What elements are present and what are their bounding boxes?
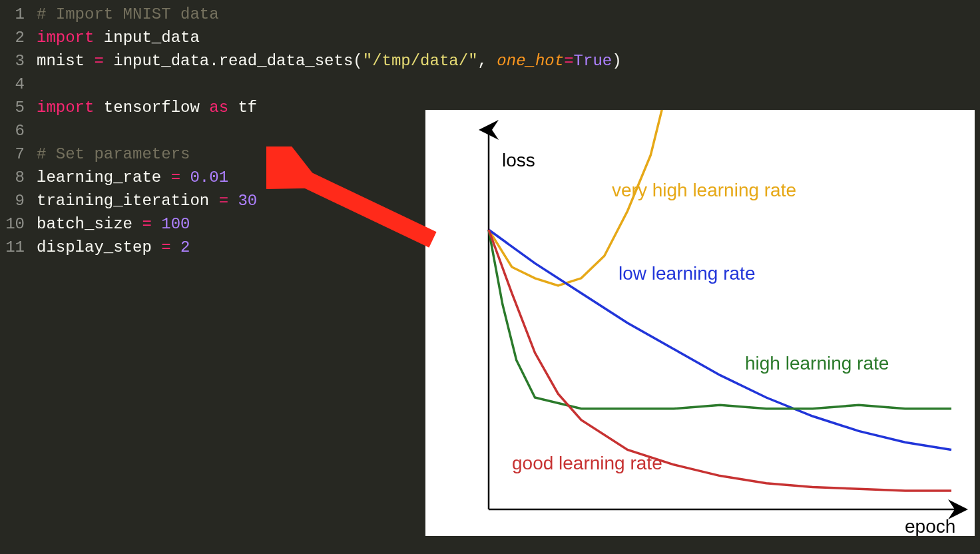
variable: batch_size — [37, 215, 142, 233]
operator: = — [171, 168, 180, 186]
builtin-true: True — [574, 52, 612, 70]
keyword-as: as — [209, 99, 228, 117]
line-number: 10 — [0, 212, 25, 236]
line-number: 9 — [0, 189, 25, 212]
line-number: 6 — [0, 119, 25, 142]
learning-rate-chart: loss epoch very high learning rate low l… — [425, 110, 975, 536]
code-line-2[interactable]: import input_data — [37, 26, 980, 49]
line-number-gutter: 1 2 3 4 5 6 7 8 9 10 11 — [0, 3, 37, 259]
comment: # Import MNIST data — [37, 5, 219, 23]
chart-series-group — [489, 110, 951, 491]
series-label-low: low learning rate — [618, 263, 755, 284]
line-number: 5 — [0, 96, 25, 119]
code-line-3[interactable]: mnist = input_data.read_data_sets("/tmp/… — [37, 49, 980, 73]
line-number: 2 — [0, 26, 25, 49]
number-literal: 0.01 — [180, 168, 228, 186]
code-line-1[interactable]: # Import MNIST data — [37, 3, 980, 26]
variable: training_iteration — [37, 192, 219, 210]
chart-series-line — [489, 230, 951, 409]
chart-svg: loss epoch very high learning rate low l… — [425, 110, 975, 536]
module-name: tensorflow — [94, 99, 209, 117]
line-number: 7 — [0, 142, 25, 166]
comment: # Set parameters — [37, 145, 190, 163]
alias: tf — [228, 99, 257, 117]
x-axis-label: epoch — [905, 516, 955, 536]
line-number: 1 — [0, 3, 25, 26]
number-literal: 30 — [228, 192, 257, 210]
variable: mnist — [37, 52, 94, 70]
module-name: input_data — [94, 29, 199, 47]
number-literal: 100 — [152, 215, 190, 233]
operator: = — [219, 192, 228, 210]
series-label-very-high: very high learning rate — [612, 180, 796, 200]
comma: , — [478, 52, 497, 70]
line-number: 8 — [0, 166, 25, 189]
line-number: 11 — [0, 236, 25, 259]
series-label-high: high learning rate — [745, 353, 889, 374]
operator: = — [142, 215, 151, 233]
paren: ) — [612, 52, 621, 70]
string-literal: "/tmp/data/" — [363, 52, 478, 70]
operator: = — [94, 52, 103, 70]
function-call: input_data.read_data_sets( — [104, 52, 363, 70]
code-line-4[interactable] — [37, 73, 980, 96]
variable: display_step — [37, 238, 161, 256]
keyword-import: import — [37, 99, 94, 117]
keyword-import: import — [37, 29, 94, 47]
named-argument: one_hot — [497, 52, 564, 70]
series-label-good: good learning rate — [512, 453, 662, 473]
variable: learning_rate — [37, 168, 171, 186]
y-axis-label: loss — [502, 150, 535, 170]
operator: = — [161, 238, 170, 256]
number-literal: 2 — [171, 238, 190, 256]
line-number: 4 — [0, 73, 25, 96]
line-number: 3 — [0, 49, 25, 73]
operator: = — [564, 52, 573, 70]
